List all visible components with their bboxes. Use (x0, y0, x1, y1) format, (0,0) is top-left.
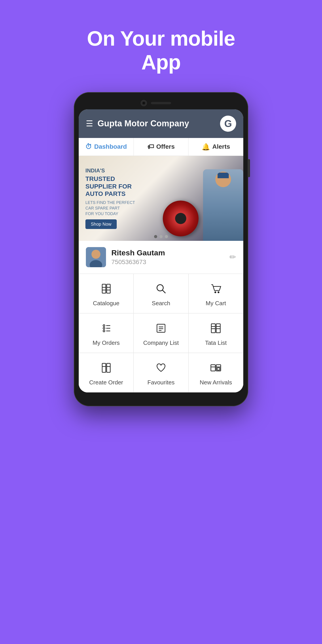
svg-rect-33 (211, 365, 215, 371)
menu-item-catalogue[interactable]: Catalogue (79, 274, 134, 313)
nav-tabs: ⏱ Dashboard 🏷 Offers 🔔 Alerts (79, 138, 243, 156)
menu-item-search[interactable]: Search (134, 274, 188, 313)
svg-point-15 (103, 330, 105, 332)
hamburger-icon[interactable]: ☰ (86, 120, 93, 128)
svg-rect-23 (211, 324, 215, 333)
company-list-label: Company List (143, 340, 179, 346)
user-info: Ritesh Gautam 7505363673 (111, 248, 224, 266)
favourites-icon (155, 362, 167, 376)
svg-point-13 (103, 327, 105, 329)
svg-rect-24 (216, 324, 220, 333)
tab-dashboard[interactable]: ⏱ Dashboard (79, 138, 134, 156)
orders-icon (100, 322, 112, 336)
user-name: Ritesh Gautam (111, 248, 224, 257)
dashboard-icon: ⏱ (85, 143, 92, 150)
tab-alerts[interactable]: 🔔 Alerts (188, 138, 243, 156)
svg-rect-37 (217, 368, 220, 370)
catalogue-label: Catalogue (93, 300, 120, 307)
tab-offers[interactable]: 🏷 Offers (134, 138, 189, 156)
banner-sub: LETS FIND THE PERFECTCAR SPARE PARTFOR Y… (86, 200, 135, 217)
menu-item-my-orders[interactable]: My Orders (79, 313, 134, 353)
menu-item-favourites[interactable]: Favourites (134, 353, 188, 392)
brand-logo: G (220, 116, 236, 132)
dot-2 (160, 235, 162, 238)
phone-notch (79, 97, 243, 109)
svg-line-10 (162, 290, 166, 293)
company-list-icon (155, 322, 167, 336)
brake-disc-illustration (163, 200, 198, 236)
app-title: Gupta Motor Company (98, 119, 220, 128)
banner-tag: INDIA'S (86, 168, 135, 174)
my-cart-label: My Cart (206, 300, 226, 307)
create-order-icon (100, 362, 112, 376)
svg-point-14 (103, 325, 105, 326)
banner-headline: TRUSTEDSUPPLIER FORAUTO PARTS (86, 175, 135, 198)
svg-rect-4 (107, 284, 110, 293)
offers-icon: 🏷 (147, 143, 154, 150)
phone-camera (141, 100, 147, 106)
app-header: ☰ Gupta Motor Company G (79, 109, 243, 138)
svg-point-1 (92, 250, 100, 259)
svg-rect-29 (102, 363, 106, 372)
promo-banner: INDIA'S TRUSTEDSUPPLIER FORAUTO PARTS LE… (79, 156, 243, 241)
user-avatar (86, 247, 106, 267)
new-arrivals-icon (210, 362, 222, 376)
svg-point-9 (157, 285, 163, 291)
shop-now-button[interactable]: Shop Now (86, 219, 117, 229)
create-order-label: Create Order (89, 379, 123, 386)
svg-point-11 (214, 291, 216, 293)
banner-dots (154, 235, 168, 238)
catalogue-icon (100, 283, 112, 296)
phone-side-button (248, 159, 250, 177)
menu-item-new-arrivals[interactable]: New Arrivals (188, 353, 243, 392)
search-label: Search (152, 300, 170, 307)
edit-profile-icon[interactable]: ✏ (230, 252, 236, 262)
phone-speaker (151, 102, 171, 104)
hero-title: On Your mobile App (87, 27, 235, 74)
menu-item-tata-list[interactable]: Tata List (188, 313, 243, 353)
cart-icon (210, 283, 222, 296)
menu-item-company-list[interactable]: Company List (134, 313, 188, 353)
dot-3 (165, 235, 168, 238)
menu-grid: Catalogue Search (79, 274, 243, 392)
mechanic-illustration (203, 169, 243, 241)
phone-screen: ☰ Gupta Motor Company G ⏱ Dashboard 🏷 Of… (79, 109, 243, 392)
new-arrivals-label: New Arrivals (200, 379, 232, 386)
svg-point-12 (218, 291, 219, 293)
svg-rect-3 (102, 284, 106, 293)
tata-list-icon (210, 322, 222, 336)
my-orders-label: My Orders (92, 340, 120, 346)
phone-mockup: ☰ Gupta Motor Company G ⏱ Dashboard 🏷 Of… (74, 92, 248, 406)
favourites-label: Favourites (147, 379, 174, 386)
svg-rect-30 (107, 363, 110, 372)
menu-item-create-order[interactable]: Create Order (79, 353, 134, 392)
tata-list-label: Tata List (205, 340, 227, 346)
search-icon (155, 283, 167, 296)
menu-item-my-cart[interactable]: My Cart (188, 274, 243, 313)
dot-1 (154, 235, 157, 238)
alerts-icon: 🔔 (202, 143, 210, 151)
user-phone: 7505363673 (111, 258, 224, 266)
user-card: Ritesh Gautam 7505363673 ✏ (79, 241, 243, 274)
svg-rect-19 (157, 324, 165, 332)
phone-bottom-bar (79, 392, 243, 402)
